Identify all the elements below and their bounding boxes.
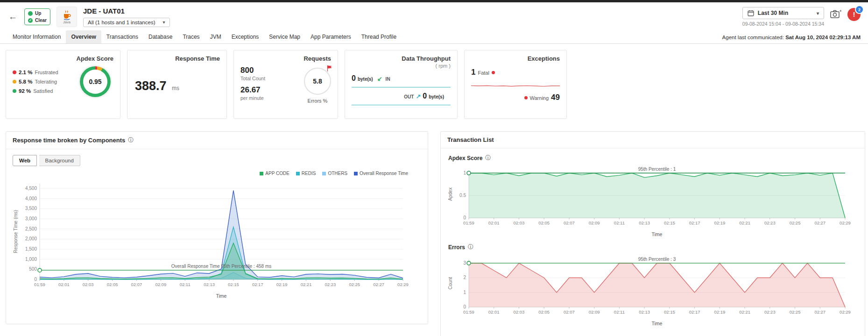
page-title: JDE - UAT01: [83, 7, 170, 15]
screenshot-button[interactable]: +: [830, 9, 841, 21]
requests-body: 800 Total Count 26.67 per minute 5.8 Err…: [240, 66, 331, 105]
svg-text:Overall Response Time 95th Per: Overall Response Time 95th Percentile : …: [171, 264, 272, 269]
scope-selector-value: All (1 hosts and 1 instances): [88, 20, 155, 25]
tab-jvm[interactable]: JVM: [205, 30, 226, 43]
errors-percent-gauge: 5.8: [304, 68, 331, 95]
info-icon[interactable]: ⓘ: [468, 243, 473, 251]
requests-total: 800: [240, 66, 265, 75]
svg-text:3,500: 3,500: [25, 206, 37, 211]
legend-dot-icon: [13, 70, 16, 74]
svg-text:+: +: [840, 9, 841, 13]
svg-text:02:13: 02:13: [639, 220, 650, 225]
notification-badge: 2: [855, 5, 864, 14]
throughput-out-value: 0: [423, 92, 427, 100]
svg-text:4,000: 4,000: [25, 196, 37, 201]
time-range-detail: 09-08-2024 15:04 - 09-08-2024 15:34: [742, 21, 824, 27]
svg-text:02:17: 02:17: [689, 309, 700, 315]
apdex-section-header: Apdex Score ⓘ: [441, 148, 865, 162]
chevron-down-icon: ▾: [162, 20, 165, 25]
tab-thread-profile[interactable]: Thread Profile: [356, 30, 402, 43]
svg-text:02:29: 02:29: [840, 220, 851, 225]
toggle-background[interactable]: Background: [39, 155, 80, 166]
tab-exceptions[interactable]: Exceptions: [226, 30, 264, 43]
tab-database[interactable]: Database: [143, 30, 177, 43]
svg-text:02:05: 02:05: [538, 220, 550, 225]
camera-icon: +: [830, 9, 841, 19]
status-up: Up: [28, 11, 47, 16]
svg-text:Count: Count: [448, 277, 453, 289]
data-throughput-card: Data Throughput ( rpm ) 0 byte(s) ↙ IN O…: [345, 50, 458, 119]
svg-text:02:11: 02:11: [614, 220, 625, 225]
tab-traces[interactable]: Traces: [177, 30, 205, 43]
info-icon[interactable]: ⓘ: [128, 136, 134, 144]
exceptions-fatal-row: 1 Fatal: [471, 68, 560, 77]
svg-text:02:11: 02:11: [614, 309, 625, 315]
warning-dot-icon: [524, 96, 528, 99]
transaction-list-header: Transaction List: [441, 132, 865, 148]
svg-text:02:25: 02:25: [790, 309, 801, 315]
response-components-header: Response time broken by Components ⓘ: [6, 132, 428, 149]
requests-per-minute: 26.67: [240, 85, 265, 95]
legend-item: APP CODE: [260, 171, 289, 176]
svg-text:4,500: 4,500: [25, 186, 37, 191]
time-range-block: Last 30 Min ▾ 09-08-2024 15:04 - 09-08-2…: [742, 7, 824, 27]
throughput-subtitle: ( rpm ): [352, 63, 451, 69]
svg-text:02:21: 02:21: [739, 309, 750, 315]
svg-text:02:27: 02:27: [814, 220, 826, 225]
panel-title: Transaction List: [447, 136, 494, 143]
tab-monitor-information[interactable]: Monitor Information: [7, 30, 66, 43]
svg-text:1: 1: [463, 170, 466, 175]
svg-text:0: 0: [463, 304, 466, 309]
svg-text:02:03: 02:03: [83, 282, 94, 287]
legend-item: REDIS: [296, 171, 316, 176]
apdex-gauge: 0.95: [80, 66, 111, 97]
svg-text:02:17: 02:17: [689, 220, 700, 225]
info-icon[interactable]: ⓘ: [485, 154, 491, 162]
apdex-body: 2.1 %Frustrated5.8 %Tolerating92 %Satisf…: [13, 66, 113, 98]
svg-text:02:03: 02:03: [514, 220, 525, 225]
apdex-legend: 2.1 %Frustrated5.8 %Tolerating92 %Satisf…: [13, 66, 58, 98]
section-title-errors: Errors: [448, 244, 465, 251]
java-icon: Java: [56, 7, 77, 27]
up-status-icon: [28, 11, 33, 16]
time-range-selector[interactable]: Last 30 Min ▾: [742, 7, 824, 19]
in-arrow-icon: ↙: [377, 75, 382, 82]
card-title-response-time: Response Time: [134, 55, 220, 62]
fatal-count: 1: [471, 68, 475, 77]
toggle-web[interactable]: Web: [13, 155, 37, 166]
card-title-requests: Requests: [240, 55, 331, 62]
alert-avatar[interactable]: ! 2: [847, 8, 861, 21]
svg-text:02:19: 02:19: [714, 220, 725, 225]
card-title-apdex: Apdex Score: [13, 55, 113, 62]
throughput-in-value: 0: [352, 74, 356, 83]
svg-text:02:25: 02:25: [349, 282, 360, 287]
svg-text:02:09: 02:09: [589, 220, 600, 225]
svg-text:02:01: 02:01: [58, 282, 70, 287]
svg-text:95th Percentile : 3: 95th Percentile : 3: [638, 257, 676, 262]
agent-time: Sat Aug 10, 2024 02:29:13 AM: [785, 35, 861, 40]
tab-transactions[interactable]: Transactions: [101, 30, 143, 43]
back-button[interactable]: ←: [7, 12, 18, 22]
svg-text:02:21: 02:21: [739, 220, 750, 225]
panel-title: Response time broken by Components: [13, 137, 125, 144]
tab-service-map[interactable]: Service Map: [264, 30, 305, 43]
svg-text:02:01: 02:01: [488, 309, 500, 315]
svg-text:95th Percentile : 1: 95th Percentile : 1: [638, 167, 676, 172]
svg-text:02:29: 02:29: [840, 309, 851, 315]
throughput-out-row: OUT ↗ 0 byte(s): [352, 92, 451, 100]
throughput-in-label: IN: [386, 77, 390, 82]
svg-text:02:17: 02:17: [252, 282, 263, 287]
monitor-status-box: Up ✓ Clear: [24, 8, 50, 25]
response-time-value: 388.7: [135, 79, 167, 93]
svg-text:02:21: 02:21: [301, 282, 312, 287]
tab-overview[interactable]: Overview: [66, 30, 101, 43]
app-header: ← Up ✓ Clear Java JDE - UAT01 All (1: [0, 2, 868, 30]
scope-selector[interactable]: All (1 hosts and 1 instances) ▾: [83, 18, 170, 27]
svg-text:Time: Time: [652, 231, 663, 237]
legend-item: Overall Response Time: [354, 171, 408, 176]
svg-text:0.5: 0.5: [459, 193, 466, 198]
components-legend: APP CODEREDISOTHERSOverall Response Time: [26, 171, 408, 176]
card-title-throughput: Data Throughput: [352, 55, 451, 62]
tab-app-parameters[interactable]: App Parameters: [305, 30, 356, 43]
svg-text:02:13: 02:13: [639, 309, 650, 315]
